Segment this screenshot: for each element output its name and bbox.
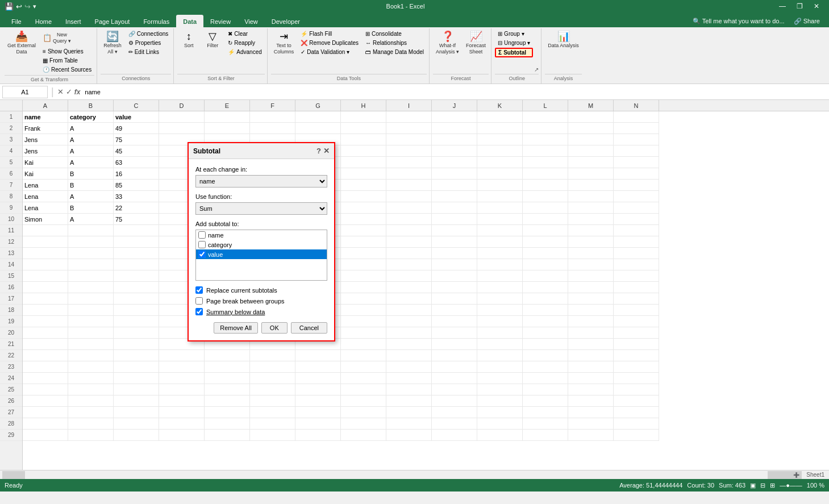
cell-r12-c12[interactable] xyxy=(523,236,568,248)
cell-r2-c12[interactable] xyxy=(523,123,568,134)
cell-r23-c10[interactable] xyxy=(432,361,477,373)
cell-r23-c9[interactable] xyxy=(386,361,432,373)
cell-r28-c6[interactable] xyxy=(250,418,295,430)
cell-r25-c10[interactable] xyxy=(432,384,477,395)
cell-r7-c12[interactable] xyxy=(523,180,568,191)
cell-r29-c5[interactable] xyxy=(205,430,250,441)
cell-r21-c1[interactable] xyxy=(23,339,68,350)
row-num-8[interactable]: 8 xyxy=(0,191,22,202)
cell-r11-c9[interactable] xyxy=(386,225,432,236)
cell-r6-c9[interactable] xyxy=(386,168,432,180)
cell-r7-c14[interactable] xyxy=(614,180,659,191)
tab-home[interactable]: Home xyxy=(28,15,59,27)
cell-r10-c9[interactable] xyxy=(386,214,432,225)
cell-r27-c9[interactable] xyxy=(386,407,432,418)
cell-r5-c2[interactable]: A xyxy=(68,157,114,168)
formula-input[interactable] xyxy=(82,89,827,95)
normal-view-icon[interactable]: ▣ xyxy=(750,482,756,489)
cell-r16-c9[interactable] xyxy=(386,282,432,293)
cell-r18-c2[interactable] xyxy=(68,305,114,316)
cell-r7-c9[interactable] xyxy=(386,180,432,191)
cell-r1-c11[interactable] xyxy=(477,111,523,123)
cell-r17-c13[interactable] xyxy=(568,293,614,305)
replace-current-checkbox[interactable] xyxy=(195,286,203,294)
cell-r6-c12[interactable] xyxy=(523,168,568,180)
row-num-22[interactable]: 22 xyxy=(0,350,22,361)
cell-r15-c14[interactable] xyxy=(614,270,659,282)
checkbox-category[interactable] xyxy=(198,241,206,248)
cell-r1-c13[interactable] xyxy=(568,111,614,123)
cell-r23-c1[interactable] xyxy=(23,361,68,373)
cell-r16-c2[interactable] xyxy=(68,282,114,293)
cell-r8-c13[interactable] xyxy=(568,191,614,202)
cell-r3-c9[interactable] xyxy=(386,134,432,145)
cell-r7-c11[interactable] xyxy=(477,180,523,191)
cell-r27-c8[interactable] xyxy=(341,407,386,418)
row-num-11[interactable]: 11 xyxy=(0,225,22,236)
cell-r28-c3[interactable] xyxy=(114,418,159,430)
cell-r14-c1[interactable] xyxy=(23,259,68,270)
cell-r28-c2[interactable] xyxy=(68,418,114,430)
cell-r27-c10[interactable] xyxy=(432,407,477,418)
col-header-j[interactable]: J xyxy=(432,100,477,111)
cell-r26-c11[interactable] xyxy=(477,395,523,407)
remove-all-button[interactable]: Remove All xyxy=(214,322,258,334)
undo-icon[interactable]: ↩ xyxy=(16,2,22,11)
sort-button[interactable]: ↕ Sort xyxy=(177,30,200,51)
checkbox-name[interactable] xyxy=(198,231,206,239)
cell-r2-c11[interactable] xyxy=(477,123,523,134)
cell-r17-c11[interactable] xyxy=(477,293,523,305)
cell-r19-c2[interactable] xyxy=(68,316,114,327)
cell-r2-c5[interactable] xyxy=(205,123,250,134)
cell-r17-c2[interactable] xyxy=(68,293,114,305)
consolidate-button[interactable]: ⊞ Consolidate xyxy=(363,30,427,38)
flash-fill-button[interactable]: ⚡ Flash Fill xyxy=(298,30,361,38)
cell-r20-c1[interactable] xyxy=(23,327,68,339)
cell-r13-c12[interactable] xyxy=(523,248,568,259)
cell-r3-c8[interactable] xyxy=(341,134,386,145)
cell-r28-c5[interactable] xyxy=(205,418,250,430)
cell-r19-c14[interactable] xyxy=(614,316,659,327)
cell-r5-c9[interactable] xyxy=(386,157,432,168)
col-header-l[interactable]: L xyxy=(523,100,568,111)
cell-r17-c9[interactable] xyxy=(386,293,432,305)
cell-r5-c1[interactable]: Kai xyxy=(23,157,68,168)
cell-r3-c13[interactable] xyxy=(568,134,614,145)
share-button[interactable]: 🔗 Share xyxy=(789,15,824,27)
cell-r11-c13[interactable] xyxy=(568,225,614,236)
cell-r1-c3[interactable]: value xyxy=(114,111,159,123)
ungroup-button[interactable]: ⊟ Ungroup ▾ xyxy=(495,39,533,47)
cell-r25-c6[interactable] xyxy=(250,384,295,395)
cell-r14-c13[interactable] xyxy=(568,259,614,270)
tab-data[interactable]: Data xyxy=(176,15,203,27)
cell-r8-c2[interactable]: A xyxy=(68,191,114,202)
tab-file[interactable]: File xyxy=(5,15,28,27)
cell-r16-c12[interactable] xyxy=(523,282,568,293)
cell-r26-c8[interactable] xyxy=(341,395,386,407)
cell-r3-c3[interactable]: 75 xyxy=(114,134,159,145)
cell-r19-c3[interactable] xyxy=(114,316,159,327)
name-box[interactable] xyxy=(2,86,48,98)
cell-r20-c9[interactable] xyxy=(386,327,432,339)
col-header-h[interactable]: H xyxy=(341,100,386,111)
use-function-select[interactable]: Sum Count Average Max Min xyxy=(195,202,327,215)
cell-r8-c3[interactable]: 33 xyxy=(114,191,159,202)
cell-r29-c9[interactable] xyxy=(386,430,432,441)
cell-r14-c11[interactable] xyxy=(477,259,523,270)
cell-r1-c5[interactable] xyxy=(205,111,250,123)
cell-r29-c11[interactable] xyxy=(477,430,523,441)
cell-r29-c4[interactable] xyxy=(159,430,205,441)
cell-r25-c4[interactable] xyxy=(159,384,205,395)
cell-r23-c13[interactable] xyxy=(568,361,614,373)
tab-formulas[interactable]: Formulas xyxy=(136,15,176,27)
cell-r12-c10[interactable] xyxy=(432,236,477,248)
close-button[interactable]: ✕ xyxy=(809,0,824,13)
tab-developer[interactable]: Developer xyxy=(265,15,307,27)
cell-r28-c10[interactable] xyxy=(432,418,477,430)
cell-r2-c1[interactable]: Frank xyxy=(23,123,68,134)
tab-insert[interactable]: Insert xyxy=(59,15,88,27)
cell-r24-c3[interactable] xyxy=(114,373,159,384)
cell-r4-c14[interactable] xyxy=(614,145,659,157)
cell-r1-c2[interactable]: category xyxy=(68,111,114,123)
row-num-28[interactable]: 28 xyxy=(0,418,22,430)
